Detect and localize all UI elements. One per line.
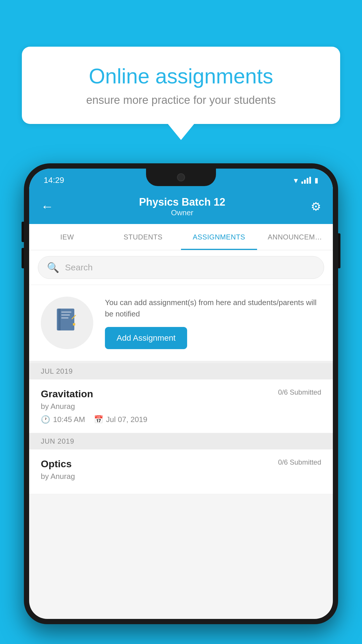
volume-down-button — [22, 248, 24, 268]
assignment-meta: 🕐 10:45 AM 📅 Jul 07, 2019 — [41, 415, 321, 424]
search-icon: 🔍 — [47, 262, 59, 273]
search-bar[interactable]: 🔍 Search — [38, 256, 324, 279]
power-button — [338, 233, 340, 268]
info-card: You can add assignment(s) from here and … — [29, 285, 333, 363]
volume-up-button — [22, 222, 24, 242]
status-time: 14:29 — [44, 176, 64, 185]
assignment-optics-top-row: Optics 0/6 Submitted — [41, 458, 321, 470]
notebook-icon — [55, 307, 79, 339]
info-description: You can add assignment(s) from here and … — [105, 297, 321, 320]
status-icons: ▾ ▮ — [294, 176, 318, 185]
add-assignment-button[interactable]: Add Assignment — [105, 327, 187, 349]
svg-rect-3 — [61, 314, 70, 316]
battery-icon: ▮ — [314, 176, 318, 184]
back-button[interactable]: ← — [41, 199, 54, 214]
settings-button[interactable]: ⚙ — [311, 200, 321, 213]
info-text-group: You can add assignment(s) from here and … — [105, 297, 321, 349]
phone-device: 14:29 ▾ ▮ ← Physics Batch 12 — [24, 163, 338, 644]
svg-rect-2 — [61, 312, 71, 313]
calendar-icon: 📅 — [94, 415, 103, 424]
month-separator-jul: JUL 2019 — [29, 363, 333, 379]
svg-rect-1 — [58, 309, 61, 330]
assignment-top-row: Gravitation 0/6 Submitted — [41, 388, 321, 400]
assignment-optics-title: Optics — [41, 458, 72, 470]
wifi-icon: ▾ — [294, 176, 298, 185]
clock-icon: 🕐 — [41, 415, 50, 424]
assignment-item-gravitation[interactable]: Gravitation 0/6 Submitted by Anurag 🕐 10… — [29, 379, 333, 433]
assignment-submitted: 0/6 Submitted — [278, 388, 321, 396]
tab-iew[interactable]: IEW — [29, 224, 105, 250]
bubble-arrow — [168, 124, 194, 140]
tab-students[interactable]: STUDENTS — [105, 224, 181, 250]
assignment-author: by Anurag — [41, 402, 321, 411]
tab-assignments[interactable]: ASSIGNMENTS — [181, 224, 257, 250]
app-header: ← Physics Batch 12 Owner ⚙ — [29, 189, 333, 224]
bubble-subtitle: ensure more practice for your students — [42, 94, 320, 106]
front-camera — [177, 173, 185, 181]
bubble-title: Online assignments — [42, 64, 320, 88]
assignment-date: 📅 Jul 07, 2019 — [94, 415, 147, 424]
assignment-optics-submitted: 0/6 Submitted — [278, 458, 321, 466]
speech-bubble-section: Online assignments ensure more practice … — [22, 47, 340, 140]
notebook-icon-circle — [41, 297, 93, 349]
assignment-item-optics[interactable]: Optics 0/6 Submitted by Anurag — [29, 449, 333, 494]
assignment-time: 🕐 10:45 AM — [41, 415, 85, 424]
header-title: Physics Batch 12 — [139, 196, 225, 208]
svg-rect-4 — [61, 317, 68, 318]
svg-rect-6 — [73, 323, 75, 326]
tab-announcements[interactable]: ANNOUNCEM… — [257, 224, 333, 250]
speech-bubble-card: Online assignments ensure more practice … — [22, 47, 340, 124]
phone-notch — [146, 169, 216, 186]
assignment-title: Gravitation — [41, 388, 93, 400]
search-container: 🔍 Search — [29, 250, 333, 285]
phone-body: 14:29 ▾ ▮ ← Physics Batch 12 — [24, 163, 338, 624]
header-subtitle: Owner — [139, 208, 225, 217]
month-separator-jun: JUN 2019 — [29, 433, 333, 449]
search-input[interactable]: Search — [65, 262, 93, 272]
tabs-bar: IEW STUDENTS ASSIGNMENTS ANNOUNCEM… — [29, 224, 333, 250]
header-title-group: Physics Batch 12 Owner — [139, 196, 225, 217]
signal-icon — [301, 177, 311, 184]
assignment-optics-author: by Anurag — [41, 472, 321, 481]
phone-screen: 14:29 ▾ ▮ ← Physics Batch 12 — [29, 169, 333, 619]
